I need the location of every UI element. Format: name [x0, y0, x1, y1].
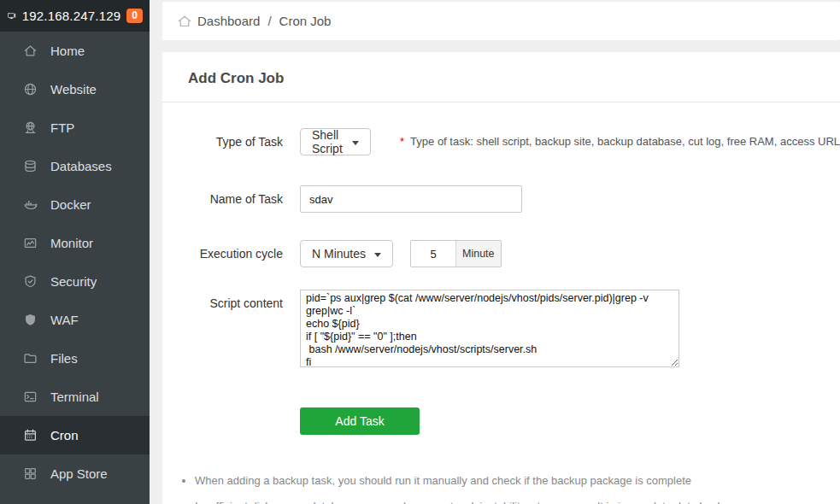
type-of-task-label: Type of Task [162, 128, 283, 155]
chevron-down-icon [374, 253, 381, 257]
sidebar-item-label: Files [50, 351, 78, 366]
name-of-task-label: Name of Task [162, 185, 283, 213]
server-header: 192.168.247.129 0 [0, 0, 150, 32]
sidebar-item-label: Monitor [50, 236, 93, 250]
sidebar-item-monitor[interactable]: Monitor [0, 224, 150, 262]
breadcrumb-item-cron-job[interactable]: Cron Job [279, 14, 332, 28]
chevron-down-icon [352, 141, 359, 145]
cron-form: Type of Task Shell Script *Type of task:… [162, 103, 840, 504]
task-type-hint: *Type of task: shell script, backup site… [400, 128, 840, 155]
database-icon [23, 159, 38, 173]
task-name-input[interactable] [300, 185, 522, 213]
sidebar-item-label: FTP [50, 120, 74, 135]
sidebar-item-label: Security [50, 274, 97, 289]
sidebar-item-cron[interactable]: Cron [0, 416, 150, 454]
shield-solid-icon [23, 313, 38, 327]
sidebar-item-app-store[interactable]: App Store [0, 454, 150, 493]
sidebar-item-label: WAF [50, 313, 79, 327]
sidebar-item-label: Terminal [50, 390, 99, 404]
breadcrumb: Dashboard / Cron Job [162, 2, 840, 40]
note-item: Insufficient disk space, database passwo… [195, 496, 840, 504]
cycle-type-select[interactable]: N Minutes [300, 240, 393, 267]
home-icon [177, 14, 192, 29]
docker-whale-icon [23, 197, 38, 212]
sidebar-item-terminal[interactable]: Terminal [0, 378, 150, 416]
message-count-badge[interactable]: 0 [126, 9, 143, 23]
script-content-label: Script content [162, 290, 283, 317]
shield-check-icon [23, 274, 38, 289]
sidebar-item-label: Cron [50, 428, 79, 442]
sidebar-item-label: App Store [50, 466, 108, 481]
sidebar-item-website[interactable]: Website [0, 70, 150, 108]
sidebar-item-waf[interactable]: WAF [0, 301, 150, 339]
sidebar-item-label: Home [50, 44, 85, 58]
script-content-textarea[interactable]: pid=`ps aux|grep $(cat /www/server/nodej… [300, 290, 679, 367]
sidebar-item-home[interactable]: Home [0, 32, 150, 70]
cycle-n-group: Minute [410, 240, 502, 267]
computer-icon [8, 8, 16, 24]
sidebar-item-files[interactable]: Files [0, 339, 150, 378]
terminal-icon [23, 390, 38, 404]
sidebar-item-label: Docker [50, 197, 91, 212]
sidebar: 192.168.247.129 0 Home Website FTP Datab… [0, 0, 150, 504]
name-of-task-row: Name of Task [162, 185, 840, 213]
cycle-type-value: N Minutes [312, 247, 366, 261]
note-item: When adding a backup task, you should ru… [195, 471, 840, 491]
required-asterisk: * [400, 135, 404, 148]
monitor-chart-icon [23, 236, 38, 250]
sidebar-item-label: Website [50, 82, 97, 97]
ftp-globe-icon [23, 120, 38, 135]
notes-list: When adding a backup task, you should ru… [183, 471, 840, 504]
breadcrumb-separator: / [267, 14, 271, 28]
script-content-row: Script content pid=`ps aux|grep $(cat /w… [162, 290, 840, 367]
cycle-n-input[interactable] [411, 241, 455, 267]
breadcrumb-item-dashboard[interactable]: Dashboard [197, 14, 260, 28]
sidebar-item-databases[interactable]: Databases [0, 147, 150, 185]
globe-icon [23, 82, 38, 97]
card-title: Add Cron Job [162, 52, 840, 103]
add-task-button[interactable]: Add Task [300, 407, 420, 435]
main-content: Dashboard / Cron Job Add Cron Job Type o… [150, 0, 840, 504]
server-ip: 192.168.247.129 [22, 9, 121, 23]
task-type-select[interactable]: Shell Script [300, 128, 371, 155]
add-cron-job-card: Add Cron Job Type of Task Shell Script *… [162, 52, 840, 504]
task-type-value: Shell Script [312, 128, 344, 155]
execution-cycle-label: Execution cycle [162, 240, 283, 267]
folder-icon [23, 351, 38, 366]
cycle-unit-addon: Minute [455, 241, 501, 267]
home-icon [23, 44, 38, 58]
task-type-hint-text: Type of task: shell script, backup site,… [410, 135, 840, 148]
sidebar-item-label: Databases [50, 159, 112, 173]
type-of-task-row: Type of Task Shell Script *Type of task:… [162, 128, 840, 155]
grid-icon [23, 466, 38, 481]
sidebar-item-docker[interactable]: Docker [0, 185, 150, 224]
sidebar-item-security[interactable]: Security [0, 262, 150, 301]
submit-row: Add Task [162, 407, 840, 435]
sidebar-nav: Home Website FTP Databases Docker Monito… [0, 32, 150, 504]
execution-cycle-row: Execution cycle N Minutes Minute [162, 240, 840, 267]
sidebar-item-ftp[interactable]: FTP [0, 108, 150, 147]
calendar-icon [23, 428, 38, 442]
